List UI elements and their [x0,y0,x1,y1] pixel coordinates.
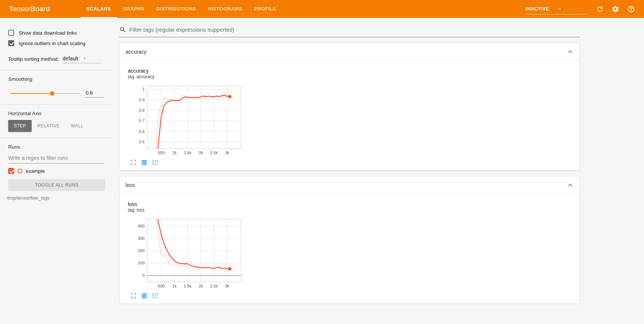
tab-graphs[interactable]: GRAPHS [117,0,151,18]
smoothing-section: Smoothing 0.6 [0,70,113,104]
app-header: TensorBoard SCALARS GRAPHS DISTRIBUTIONS… [0,0,644,18]
chevron-down-icon [557,6,588,12]
search-icon [119,26,126,33]
expand-chart-button[interactable] [130,159,137,166]
scalars-dashboard: accuracy accuracy tag: accuracy 5001k1.5… [113,18,644,324]
runs-section: Runs example TOGGLE ALL RUNS /tmp/tensor… [0,138,113,207]
chart-toolbar [128,159,574,166]
tooltip-sorting-value: default [63,55,82,61]
horizontal-axis-label: Horizontal Axis [0,111,113,116]
fullscreen-icon [130,292,137,299]
runs-label: Runs [0,144,113,150]
toggle-y-axis-button[interactable] [141,292,148,299]
fit-domain-button[interactable] [152,292,158,299]
refresh-icon [596,5,604,13]
svg-text:3k: 3k [225,150,230,155]
slider-thumb-icon[interactable] [50,91,54,96]
status-dropdown[interactable]: INACTIVE [525,3,588,15]
svg-text:500: 500 [158,150,164,155]
svg-text:1k: 1k [172,284,177,288]
card-accuracy-title: accuracy [126,49,566,55]
tab-histograms[interactable]: HISTOGRAMS [202,0,248,18]
svg-text:2.5k: 2.5k [210,284,218,288]
toggle-all-runs-button[interactable]: TOGGLE ALL RUNS [8,179,105,191]
status-dropdown-value: INACTIVE [525,6,557,12]
tab-profile[interactable]: PROFILE [248,0,282,18]
svg-text:2k: 2k [199,284,203,288]
horizontal-lines-icon [141,292,148,299]
tooltip-sorting-dropdown[interactable]: default [63,54,101,63]
svg-text:0: 0 [142,273,145,277]
svg-text:400: 400 [138,224,145,228]
svg-text:0.6: 0.6 [139,129,145,134]
card-loss: loss loss tag: loss 5001k1.5k2k2.5k3k400… [119,176,580,304]
tag-filter-input[interactable] [129,26,580,33]
svg-text:300: 300 [138,236,145,241]
smoothing-value-input[interactable]: 0.6 [85,89,104,98]
chart-toolbar [128,292,574,299]
fit-domain-button[interactable] [152,159,158,166]
svg-text:1.5k: 1.5k [184,284,192,288]
settings-sidebar: Show data download links Ignore outliers… [0,18,113,324]
run-color-swatch-icon [18,169,22,174]
card-accuracy: accuracy accuracy tag: accuracy 5001k1.5… [119,43,580,171]
card-loss-header[interactable]: loss [120,177,580,194]
svg-text:0.9: 0.9 [139,98,145,102]
svg-text:0.8: 0.8 [139,108,145,112]
svg-text:1: 1 [142,87,145,91]
run-item-example[interactable]: example [0,163,113,175]
main-tabs: SCALARS GRAPHS DISTRIBUTIONS HISTOGRAMS … [80,0,282,18]
checkbox-unchecked-icon [8,30,14,36]
tab-scalars[interactable]: SCALARS [80,0,117,18]
show-download-links-checkbox[interactable]: Show data download links [0,28,113,38]
ignore-outliers-label: Ignore outliers in chart scaling [19,41,85,46]
run-name: example [26,168,45,174]
svg-text:500: 500 [158,284,164,288]
gear-icon [612,5,619,13]
help-icon [627,5,635,13]
expand-chart-button[interactable] [130,292,137,299]
svg-text:2.5k: 2.5k [210,150,218,155]
svg-text:1.5k: 1.5k [184,150,192,155]
loss-line-chart[interactable]: 5001k1.5k2k2.5k3k4003002001000 [128,216,245,290]
svg-text:0.7: 0.7 [139,118,145,123]
header-actions: INACTIVE [525,0,635,18]
smoothing-slider[interactable] [10,91,80,96]
settings-button[interactable] [611,5,619,13]
chart-subtitle: tag: accuracy [128,74,574,79]
chevron-up-icon[interactable] [566,181,574,189]
accuracy-line-chart[interactable]: 5001k1.5k2k2.5k3k10.90.80.70.60.5 [128,83,245,157]
chart-subtitle: tag: loss [128,207,574,213]
fullscreen-icon [130,159,137,166]
general-settings-section: Show data download links Ignore outliers… [0,25,113,70]
svg-text:2k: 2k [199,150,203,155]
chart-title: loss [128,201,574,207]
run-checkbox-icon[interactable] [8,168,14,174]
svg-text:1k: 1k [172,150,177,155]
card-loss-title: loss [126,182,566,188]
tooltip-sorting-label: Tooltip sorting method: [8,56,59,63]
card-accuracy-header[interactable]: accuracy [120,43,580,60]
horizontal-axis-section: Horizontal Axis STEP RELATIVE WALL [0,104,113,138]
axis-relative-button[interactable]: RELATIVE [32,120,65,132]
show-download-links-label: Show data download links [19,30,77,36]
runs-filter-input[interactable] [8,153,104,163]
toggle-y-axis-button[interactable] [141,159,148,166]
chevron-up-icon[interactable] [566,48,574,56]
horizontal-lines-icon [141,159,148,166]
axis-step-button[interactable]: STEP [8,120,32,132]
svg-text:0.5: 0.5 [139,140,145,144]
fit-domain-icon [152,292,158,299]
tag-filter-bar [119,22,580,37]
axis-wall-button[interactable]: WALL [65,120,89,132]
tab-distributions[interactable]: DISTRIBUTIONS [151,0,202,18]
ignore-outliers-checkbox[interactable]: Ignore outliers in chart scaling [0,38,113,48]
svg-text:100: 100 [138,261,145,265]
refresh-button[interactable] [596,5,604,13]
app-title: TensorBoard [0,0,59,18]
chevron-down-icon [82,55,101,61]
tooltip-sorting-row: Tooltip sorting method: default [0,48,113,64]
fit-domain-icon [152,159,158,166]
help-button[interactable] [627,5,635,13]
chart-title: accuracy [128,68,574,74]
